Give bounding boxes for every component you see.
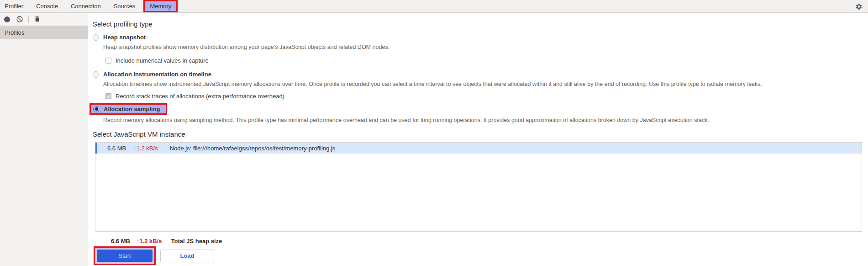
tab-console[interactable]: Console — [30, 0, 64, 12]
checkbox-label: Include numerical values in capture — [116, 57, 209, 64]
vm-allocation-rate: ↑1.2 kB/s — [133, 145, 158, 152]
tab-memory[interactable]: Memory — [143, 0, 178, 12]
radio-icon[interactable] — [93, 34, 99, 41]
total-heap-size: 6.6 MB — [111, 238, 130, 245]
memory-panel-content: Select profiling type Heap snapshot Heap… — [88, 13, 868, 266]
option-label: Heap snapshot — [103, 34, 146, 41]
profiles-section-header: Profiles — [0, 26, 88, 39]
tab-bar-right — [850, 0, 868, 12]
radio-option-allocation-timeline[interactable]: Allocation instrumentation on timeline — [93, 71, 868, 78]
option-description: Allocation timelines show instrumented J… — [103, 81, 868, 87]
vm-instance-title: Select JavaScript VM instance — [93, 130, 868, 138]
checkbox-label: Record stack traces of allocations (extr… — [116, 93, 284, 100]
radio-icon[interactable] — [93, 71, 99, 78]
option-label: Allocation instrumentation on timeline — [103, 71, 211, 78]
tab-bar-divider — [850, 3, 850, 10]
toolbar-divider — [28, 16, 29, 23]
option-description: Record memory allocations using sampling… — [103, 117, 868, 123]
checkbox-record-stack-traces[interactable]: Record stack traces of allocations (extr… — [105, 93, 868, 100]
total-heap-rate: ↑1.2 kB/s — [137, 238, 162, 245]
clear-icon[interactable] — [16, 16, 23, 23]
checkbox-icon[interactable] — [105, 58, 111, 64]
option-label: Allocation sampling — [104, 106, 160, 112]
total-heap-summary: 6.6 MB ↑1.2 kB/s Total JS heap size — [111, 238, 868, 245]
option-description: Heap snapshot profiles show memory distr… — [103, 44, 868, 50]
checkbox-checked-icon[interactable] — [105, 93, 111, 99]
trash-icon[interactable] — [34, 16, 41, 23]
vm-instance-row[interactable]: 6.6 MB ↑1.2 kB/s Node.js: file:///home/r… — [95, 143, 862, 154]
profiles-sidebar: Profiles — [0, 13, 88, 266]
tab-connection[interactable]: Connection — [64, 0, 107, 12]
profiler-toolbar — [0, 13, 88, 26]
start-button[interactable]: Start — [97, 250, 153, 262]
action-buttons: Start Load — [93, 246, 868, 265]
vm-heap-size: 6.6 MB — [107, 145, 126, 152]
vm-instance-name: Node.js: file:///home/rafaelgss/repos/os… — [170, 145, 336, 152]
vm-instance-list: 6.6 MB ↑1.2 kB/s Node.js: file:///home/r… — [95, 142, 862, 232]
profiling-type-title: Select profiling type — [93, 20, 868, 28]
radio-option-heap-snapshot[interactable]: Heap snapshot — [93, 34, 868, 41]
tab-sources[interactable]: Sources — [107, 0, 142, 12]
record-icon[interactable] — [4, 16, 10, 22]
checkbox-include-numerical-values[interactable]: Include numerical values in capture — [105, 57, 868, 64]
tab-profiler[interactable]: Profiler — [0, 0, 30, 12]
start-annotation-box: Start — [94, 246, 156, 265]
radio-option-allocation-sampling[interactable]: Allocation sampling — [89, 103, 167, 115]
total-heap-label: Total JS heap size — [171, 238, 222, 245]
devtools-tab-bar: Profiler Console Connection Sources Memo… — [0, 0, 868, 13]
radio-selected-icon[interactable] — [93, 106, 100, 112]
gear-icon[interactable] — [855, 3, 863, 10]
load-button[interactable]: Load — [160, 250, 214, 262]
